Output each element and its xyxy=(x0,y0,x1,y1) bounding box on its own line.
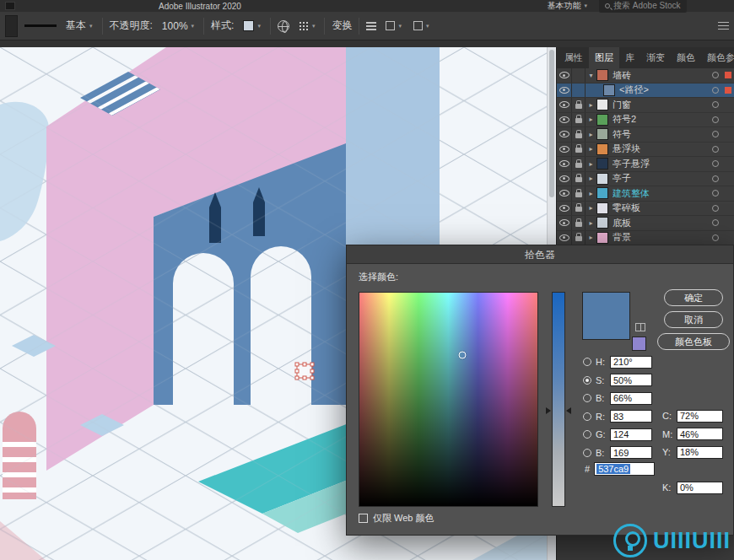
layer-thumbnail[interactable] xyxy=(596,143,608,155)
field-input[interactable]: 46% xyxy=(677,428,723,440)
expand-chevron-icon[interactable]: ▸ xyxy=(586,116,596,123)
slider-arrow-left[interactable] xyxy=(546,407,551,414)
layer-row[interactable]: ▸ 门窗 xyxy=(557,98,734,113)
layer-name[interactable]: 悬浮块 xyxy=(613,143,712,155)
layer-row[interactable]: ▸ 背景 xyxy=(557,231,734,246)
layer-row[interactable]: ▾ 墙砖 xyxy=(557,68,734,83)
lock-icon[interactable] xyxy=(575,236,582,241)
field-input[interactable]: 169 xyxy=(610,446,652,459)
layer-name[interactable]: 亭子悬浮 xyxy=(613,158,712,170)
tool-options-box[interactable] xyxy=(5,15,18,37)
field-input[interactable]: 124 xyxy=(610,428,652,441)
visibility-eye-icon[interactable] xyxy=(559,234,569,241)
selection-indicator[interactable] xyxy=(725,87,731,94)
layer-thumbnail[interactable] xyxy=(596,232,608,244)
target-circle-icon[interactable] xyxy=(712,175,719,182)
dialog-title[interactable]: 拾色器 xyxy=(347,245,733,264)
layer-row[interactable]: ▸ 符号 xyxy=(557,127,734,143)
layer-thumbnail[interactable] xyxy=(596,114,608,126)
field-input[interactable]: 83 xyxy=(610,410,652,423)
lock-icon[interactable] xyxy=(575,133,582,138)
target-circle-icon[interactable] xyxy=(712,87,719,94)
layer-row[interactable]: ▸ 底板 xyxy=(557,216,734,231)
panel-tab[interactable]: 库 xyxy=(619,47,640,68)
expand-chevron-icon[interactable]: ▸ xyxy=(586,190,596,197)
expand-chevron-icon[interactable]: ▸ xyxy=(586,101,596,109)
layer-thumbnail[interactable] xyxy=(596,69,608,81)
visibility-eye-icon[interactable] xyxy=(559,116,569,123)
panel-tab[interactable]: 属性 xyxy=(559,47,589,68)
field-input[interactable]: 210° xyxy=(610,356,652,369)
effects-options-dropdown[interactable]: ▾ xyxy=(411,19,432,32)
layer-name[interactable]: 门窗 xyxy=(613,99,712,111)
web-colors-checkbox[interactable] xyxy=(359,514,368,523)
layer-row[interactable]: ▸ 建筑整体 xyxy=(557,186,734,202)
cancel-button[interactable]: 取消 xyxy=(664,311,723,328)
color-swatches-button[interactable]: 颜色色板 xyxy=(657,333,730,350)
expand-chevron-icon[interactable]: ▾ xyxy=(586,72,596,79)
visibility-eye-icon[interactable] xyxy=(559,101,569,108)
color-field[interactable] xyxy=(359,292,538,507)
visibility-eye-icon[interactable] xyxy=(559,131,569,137)
shape-options-dropdown[interactable]: ▾ xyxy=(383,19,404,32)
layer-thumbnail[interactable] xyxy=(596,99,608,110)
globe-icon[interactable] xyxy=(278,20,289,32)
transform-button[interactable]: 变换 xyxy=(332,19,352,33)
visibility-eye-icon[interactable] xyxy=(559,190,569,197)
layer-row[interactable]: ▸ 符号2 xyxy=(557,113,734,128)
layer-row[interactable]: ▸ 亭子 xyxy=(557,172,734,187)
toolbar-menu-icon[interactable] xyxy=(718,22,729,30)
layer-row[interactable]: ▸ 悬浮块 xyxy=(557,143,734,158)
field-input[interactable]: 18% xyxy=(677,446,723,459)
layer-row[interactable]: ▸ 零碎板 xyxy=(557,202,734,217)
expand-chevron-icon[interactable]: ▸ xyxy=(586,145,596,153)
target-circle-icon[interactable] xyxy=(712,234,719,241)
selection-handles[interactable] xyxy=(295,363,314,380)
expand-chevron-icon[interactable]: ▸ xyxy=(586,131,596,138)
app-icon[interactable] xyxy=(5,2,15,10)
layer-name[interactable]: 符号 xyxy=(613,128,712,141)
layer-name[interactable]: 背景 xyxy=(613,231,712,244)
field-radio[interactable] xyxy=(583,449,591,457)
layer-name[interactable]: 零碎板 xyxy=(613,202,712,214)
visibility-eye-icon[interactable] xyxy=(559,87,569,94)
target-circle-icon[interactable] xyxy=(712,205,719,212)
visibility-eye-icon[interactable] xyxy=(559,205,569,212)
hex-input[interactable]: 537ca9 xyxy=(594,462,655,476)
field-input[interactable]: 50% xyxy=(610,374,652,386)
slider-arrow-right[interactable] xyxy=(566,407,571,414)
secondary-swatch[interactable] xyxy=(632,337,646,351)
field-radio[interactable] xyxy=(583,412,591,421)
grid-options-dropdown[interactable]: ▾ xyxy=(296,19,318,33)
align-icon[interactable] xyxy=(366,22,376,30)
layer-thumbnail[interactable] xyxy=(596,187,608,199)
layer-thumbnail[interactable] xyxy=(603,84,615,96)
lock-icon[interactable] xyxy=(575,177,582,182)
lock-icon[interactable] xyxy=(575,118,582,123)
target-circle-icon[interactable] xyxy=(712,146,719,153)
layer-thumbnail[interactable] xyxy=(596,173,608,185)
layer-name[interactable]: 底板 xyxy=(613,217,712,229)
field-input[interactable]: 72% xyxy=(677,410,723,423)
color-field-marker[interactable] xyxy=(459,352,467,359)
field-radio[interactable] xyxy=(583,358,591,366)
opacity-dropdown[interactable]: 100% ▾ xyxy=(159,19,197,34)
saturation-slider[interactable] xyxy=(552,292,565,507)
layer-row[interactable]: ▸ 亭子悬浮 xyxy=(557,157,734,172)
lock-icon[interactable] xyxy=(575,104,582,109)
target-circle-icon[interactable] xyxy=(712,101,719,108)
brush-definition-dropdown[interactable]: 基本 ▾ xyxy=(63,17,95,35)
layer-thumbnail[interactable] xyxy=(596,158,608,170)
style-dropdown[interactable]: ▾ xyxy=(240,19,263,33)
target-circle-icon[interactable] xyxy=(712,116,719,123)
field-input[interactable]: 0% xyxy=(677,482,723,494)
visibility-eye-icon[interactable] xyxy=(559,160,569,167)
visibility-eye-icon[interactable] xyxy=(559,146,569,153)
panel-tab[interactable]: 图层 xyxy=(589,47,619,68)
lock-icon[interactable] xyxy=(575,148,582,153)
expand-chevron-icon[interactable]: ▸ xyxy=(586,175,596,182)
expand-chevron-icon[interactable]: ▸ xyxy=(586,160,596,168)
layer-row[interactable]: <路径> xyxy=(557,83,734,99)
lock-icon[interactable] xyxy=(575,163,582,168)
target-circle-icon[interactable] xyxy=(712,131,719,137)
